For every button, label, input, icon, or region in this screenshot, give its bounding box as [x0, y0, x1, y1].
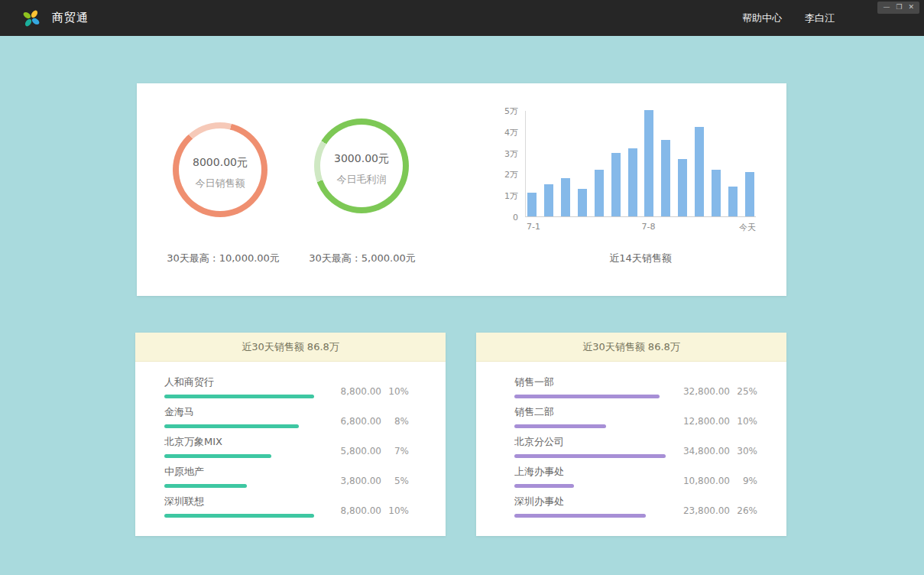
rank-name: 北京万象MIX — [164, 435, 317, 449]
rank-value: 8,800.00 — [331, 386, 381, 397]
rank-name: 上海办事处 — [514, 465, 667, 479]
rank-progress-bar — [164, 395, 314, 398]
rank-row: 中原地产3,800.005% — [164, 465, 409, 488]
chart-bar — [611, 153, 621, 216]
rank-name: 销售二部 — [514, 405, 667, 419]
rank-value: 23,800.00 — [679, 505, 730, 516]
rank-name: 北京分公司 — [514, 435, 667, 449]
help-center-link[interactable]: 帮助中心 — [742, 11, 782, 25]
department-sales-panel: 近30天销售额 86.8万 销售一部32,800.0025%销售二部12,800… — [476, 333, 786, 536]
username-link[interactable]: 李白江 — [805, 11, 835, 25]
rank-value: 32,800.00 — [679, 386, 730, 397]
rank-value: 8,800.00 — [331, 505, 381, 516]
rank-row: 金海马6,800.008% — [164, 405, 409, 428]
rank-name: 深圳联想 — [164, 495, 317, 508]
y-tick: 4万 — [504, 126, 518, 138]
rank-percent: 26% — [730, 505, 757, 516]
rank-name: 销售一部 — [514, 375, 667, 389]
rank-row: 销售二部12,800.0010% — [514, 405, 757, 428]
right-panel-rows: 销售一部32,800.0025%销售二部12,800.0010%北京分公司34,… — [476, 362, 786, 518]
today-sales-label: 今日销售额 — [173, 177, 267, 190]
window-controls: — ❐ ✕ — [877, 2, 919, 14]
rank-percent: 5% — [381, 476, 409, 486]
profit-30day-max: 30天最高：5,000.00元 — [274, 252, 450, 265]
rank-percent: 25% — [730, 386, 757, 397]
rank-row: 深圳办事处23,800.0026% — [514, 495, 757, 518]
rank-row: 深圳联想8,800.0010% — [164, 495, 409, 518]
chart-bar — [595, 170, 604, 216]
rank-row: 销售一部32,800.0025% — [514, 375, 757, 398]
rank-row: 人和商贸行8,800.0010% — [164, 375, 409, 398]
rank-percent: 10% — [381, 505, 409, 516]
chart-bar — [712, 170, 721, 216]
bar-chart-title: 近14天销售额 — [525, 252, 756, 265]
today-profit-value: 3000.00元 — [314, 152, 409, 166]
app-logo-pinwheel-icon — [21, 8, 41, 28]
today-sales-value: 8000.00元 — [173, 156, 267, 170]
profit-gauge-text: 3000.00元 今日毛利润 — [314, 152, 409, 187]
rank-value: 3,800.00 — [331, 476, 381, 486]
y-tick: 5万 — [504, 106, 518, 117]
rank-value: 10,800.00 — [679, 476, 730, 486]
rank-row: 北京分公司34,800.0030% — [514, 435, 757, 458]
x-tick: 今天 — [739, 222, 756, 233]
rank-progress-bar — [164, 484, 247, 488]
chart-bar — [695, 127, 704, 216]
chart-bar — [644, 110, 653, 216]
rank-progress-bar — [164, 514, 314, 518]
bar-chart-x-axis: 7-1 7-8 今天 — [525, 222, 756, 234]
rank-percent: 7% — [381, 446, 409, 456]
chart-bar — [745, 172, 754, 216]
app-title: 商贸通 — [52, 11, 89, 25]
department-panel-header: 近30天销售额 86.8万 — [476, 333, 786, 362]
rank-progress-bar — [514, 514, 646, 518]
x-tick: 7-8 — [642, 222, 656, 232]
rank-name: 人和商贸行 — [164, 375, 317, 389]
bar-chart-bars — [525, 111, 756, 217]
titlebar: 商贸通 帮助中心 李白江 — ❐ ✕ — [0, 0, 924, 36]
chart-bar — [661, 140, 670, 216]
rank-progress-bar — [514, 395, 660, 398]
rank-value: 34,800.00 — [679, 446, 730, 456]
rank-value: 6,800.00 — [331, 416, 381, 427]
rank-percent: 30% — [730, 446, 757, 456]
y-tick: 2万 — [504, 169, 518, 180]
minimize-icon[interactable]: — — [883, 2, 890, 11]
rank-progress-bar — [164, 454, 271, 458]
x-tick: 7-1 — [527, 222, 540, 232]
chart-bar — [678, 159, 687, 216]
left-panel-rows: 人和商贸行8,800.0010%金海马6,800.008%北京万象MIX5,80… — [135, 362, 446, 518]
rank-value: 5,800.00 — [331, 446, 381, 456]
rank-value: 12,800.00 — [679, 416, 730, 427]
close-icon[interactable]: ✕ — [908, 2, 914, 11]
rank-progress-bar — [514, 484, 574, 488]
today-profit-label: 今日毛利润 — [314, 173, 409, 187]
y-tick: 3万 — [504, 148, 518, 159]
rank-percent: 10% — [381, 386, 409, 397]
customer-panel-header: 近30天销售额 86.8万 — [135, 333, 446, 362]
rank-progress-bar — [514, 424, 606, 428]
rank-row: 北京万象MIX5,800.007% — [164, 435, 409, 458]
rank-name: 中原地产 — [164, 465, 317, 479]
rank-percent: 9% — [730, 476, 757, 486]
maximize-icon[interactable]: ❐ — [896, 2, 902, 11]
rank-percent: 8% — [381, 416, 409, 427]
rank-row: 上海办事处10,800.009% — [514, 465, 757, 488]
chart-bar — [544, 184, 553, 216]
rank-name: 金海马 — [164, 405, 317, 419]
rank-name: 深圳办事处 — [514, 495, 667, 508]
rank-progress-bar — [514, 454, 666, 458]
chart-bar — [561, 178, 570, 216]
bar-chart-y-axis: 5万 4万 3万 2万 1万 0 — [480, 111, 518, 217]
chart-bar — [578, 189, 587, 216]
y-tick: 0 — [513, 213, 518, 223]
chart-bar — [527, 193, 537, 216]
y-tick: 1万 — [504, 190, 518, 202]
rank-percent: 10% — [730, 416, 757, 427]
summary-card: 8000.00元 今日销售额 30天最高：10,000.00元 3000.00元… — [137, 83, 786, 296]
rank-progress-bar — [164, 424, 299, 428]
customer-sales-panel: 近30天销售额 86.8万 人和商贸行8,800.0010%金海马6,800.0… — [135, 333, 446, 536]
chart-bar — [728, 187, 738, 216]
sales-gauge-text: 8000.00元 今日销售额 — [173, 156, 267, 190]
chart-bar — [628, 148, 637, 216]
